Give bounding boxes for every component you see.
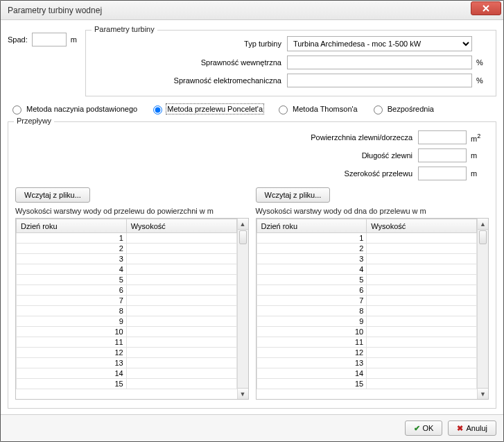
height-cell[interactable] bbox=[126, 264, 236, 275]
eff-internal-input[interactable] bbox=[287, 56, 472, 69]
table-row[interactable]: 10 bbox=[17, 327, 237, 337]
height-cell[interactable] bbox=[367, 233, 477, 244]
table-row[interactable]: 9 bbox=[17, 316, 237, 327]
right-col-day[interactable]: Dzień roku bbox=[257, 219, 367, 233]
table-row[interactable]: 4 bbox=[257, 264, 477, 275]
height-cell[interactable] bbox=[367, 285, 477, 296]
height-cell[interactable] bbox=[126, 233, 236, 244]
scroll-thumb[interactable] bbox=[479, 230, 487, 244]
table-row[interactable]: 11 bbox=[257, 337, 477, 348]
area-input[interactable] bbox=[418, 130, 467, 144]
day-cell[interactable]: 6 bbox=[257, 285, 367, 296]
height-cell[interactable] bbox=[367, 348, 477, 358]
scroll-up-icon[interactable]: ▲ bbox=[238, 219, 248, 230]
width-input[interactable] bbox=[418, 167, 467, 180]
height-cell[interactable] bbox=[126, 358, 236, 368]
day-cell[interactable]: 9 bbox=[17, 316, 127, 327]
day-cell[interactable]: 2 bbox=[17, 244, 127, 254]
height-cell[interactable] bbox=[367, 296, 477, 306]
table-row[interactable]: 12 bbox=[17, 348, 237, 358]
scroll-up-icon[interactable]: ▲ bbox=[478, 219, 488, 230]
day-cell[interactable]: 15 bbox=[17, 379, 127, 389]
height-cell[interactable] bbox=[367, 244, 477, 254]
scroll-down-icon[interactable]: ▼ bbox=[478, 388, 488, 399]
height-cell[interactable] bbox=[126, 244, 236, 254]
turbine-type-select[interactable]: Turbina Archimedesa - moc 1-500 kW bbox=[287, 36, 472, 51]
table-row[interactable]: 2 bbox=[257, 244, 477, 254]
day-cell[interactable]: 13 bbox=[257, 358, 367, 368]
scroll-thumb[interactable] bbox=[239, 230, 247, 244]
length-input[interactable] bbox=[418, 148, 467, 162]
height-cell[interactable] bbox=[367, 358, 477, 368]
day-cell[interactable]: 5 bbox=[17, 275, 127, 285]
right-col-height[interactable]: Wysokość bbox=[367, 219, 477, 233]
day-cell[interactable]: 10 bbox=[257, 327, 367, 337]
height-cell[interactable] bbox=[367, 368, 477, 379]
table-row[interactable]: 1 bbox=[257, 233, 477, 244]
method-option-3[interactable]: Metoda Thomson'a bbox=[275, 103, 358, 114]
table-row[interactable]: 14 bbox=[17, 368, 237, 379]
height-cell[interactable] bbox=[367, 275, 477, 285]
day-cell[interactable]: 3 bbox=[17, 254, 127, 264]
height-cell[interactable] bbox=[367, 264, 477, 275]
table-row[interactable]: 10 bbox=[257, 327, 477, 337]
day-cell[interactable]: 12 bbox=[257, 348, 367, 358]
scroll-down-icon[interactable]: ▼ bbox=[238, 388, 248, 399]
day-cell[interactable]: 11 bbox=[17, 337, 127, 348]
table-row[interactable]: 8 bbox=[257, 306, 477, 316]
table-row[interactable]: 7 bbox=[257, 296, 477, 306]
table-row[interactable]: 2 bbox=[17, 244, 237, 254]
height-cell[interactable] bbox=[126, 348, 236, 358]
eff-em-input[interactable] bbox=[287, 74, 472, 87]
load-file-button-right[interactable]: Wczytaj z pliku... bbox=[256, 187, 331, 203]
height-cell[interactable] bbox=[126, 275, 236, 285]
height-cell[interactable] bbox=[367, 306, 477, 316]
table-row[interactable]: 5 bbox=[257, 275, 477, 285]
day-cell[interactable]: 10 bbox=[17, 327, 127, 337]
day-cell[interactable]: 1 bbox=[17, 233, 127, 244]
height-cell[interactable] bbox=[126, 296, 236, 306]
height-cell[interactable] bbox=[367, 254, 477, 264]
day-cell[interactable]: 11 bbox=[257, 337, 367, 348]
table-row[interactable]: 15 bbox=[17, 379, 237, 389]
height-cell[interactable] bbox=[126, 306, 236, 316]
method-option-4[interactable]: Bezpośrednia bbox=[370, 103, 434, 114]
table-row[interactable]: 12 bbox=[257, 348, 477, 358]
table-row[interactable]: 8 bbox=[17, 306, 237, 316]
day-cell[interactable]: 13 bbox=[17, 358, 127, 368]
right-scrollbar[interactable]: ▲ ▼ bbox=[477, 219, 488, 399]
ok-button[interactable]: ✔ OK bbox=[405, 420, 443, 436]
table-row[interactable]: 11 bbox=[17, 337, 237, 348]
day-cell[interactable]: 7 bbox=[257, 296, 367, 306]
table-row[interactable]: 3 bbox=[257, 254, 477, 264]
table-row[interactable]: 4 bbox=[17, 264, 237, 275]
height-cell[interactable] bbox=[126, 337, 236, 348]
day-cell[interactable]: 4 bbox=[257, 264, 367, 275]
day-cell[interactable]: 2 bbox=[257, 244, 367, 254]
height-cell[interactable] bbox=[126, 285, 236, 296]
height-cell[interactable] bbox=[126, 316, 236, 327]
left-col-height[interactable]: Wysokość bbox=[126, 219, 236, 233]
left-scrollbar[interactable]: ▲ ▼ bbox=[237, 219, 248, 399]
load-file-button-left[interactable]: Wczytaj z pliku... bbox=[15, 187, 90, 203]
day-cell[interactable]: 7 bbox=[17, 296, 127, 306]
height-cell[interactable] bbox=[126, 368, 236, 379]
day-cell[interactable]: 12 bbox=[17, 348, 127, 358]
day-cell[interactable]: 8 bbox=[17, 306, 127, 316]
height-cell[interactable] bbox=[367, 379, 477, 389]
day-cell[interactable]: 15 bbox=[257, 379, 367, 389]
table-row[interactable]: 6 bbox=[257, 285, 477, 296]
height-cell[interactable] bbox=[126, 379, 236, 389]
height-cell[interactable] bbox=[126, 254, 236, 264]
table-row[interactable]: 6 bbox=[17, 285, 237, 296]
day-cell[interactable]: 1 bbox=[257, 233, 367, 244]
day-cell[interactable]: 8 bbox=[257, 306, 367, 316]
day-cell[interactable]: 14 bbox=[257, 368, 367, 379]
day-cell[interactable]: 14 bbox=[17, 368, 127, 379]
day-cell[interactable]: 6 bbox=[17, 285, 127, 296]
day-cell[interactable]: 4 bbox=[17, 264, 127, 275]
day-cell[interactable]: 5 bbox=[257, 275, 367, 285]
cancel-button[interactable]: ✖ Anuluj bbox=[448, 420, 496, 436]
table-row[interactable]: 1 bbox=[17, 233, 237, 244]
table-row[interactable]: 7 bbox=[17, 296, 237, 306]
